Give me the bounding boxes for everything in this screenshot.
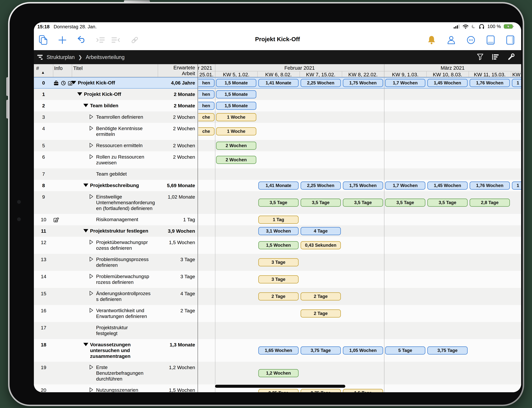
- table-row[interactable]: 18Voraussetzungen untersuchen und zusamm…: [34, 339, 521, 362]
- table-row[interactable]: 13Problemlösungsprozess definieren3 Tage: [34, 254, 521, 271]
- table-row[interactable]: 19Erste Benutzerbefragungen durchführen1…: [34, 362, 521, 384]
- table-row[interactable]: 3Teamrollen definieren2 Wochen: [34, 111, 521, 123]
- disclosure-triangle-collapsed-icon[interactable]: [89, 387, 93, 392]
- week-header[interactable]: KW 9, 1.03.: [384, 72, 426, 77]
- info-icons: [53, 217, 59, 223]
- more-icon: [466, 35, 475, 44]
- disclosure-triangle-expanded-icon[interactable]: [71, 81, 76, 84]
- notifications-button[interactable]: [426, 35, 437, 45]
- breadcrumb-subview[interactable]: Arbeitsverteilung: [86, 54, 124, 60]
- task-title: Risikomanagement: [96, 216, 138, 222]
- row-number: 11: [34, 228, 53, 234]
- expected-work-value: 3,9 Wochen: [158, 228, 195, 234]
- week-header[interactable]: KW 5, 1.02.: [215, 72, 257, 77]
- header-divider: [158, 64, 158, 77]
- table-row[interactable]: 7Team gebildet: [34, 168, 521, 180]
- bottom-panel-toggle[interactable]: [486, 35, 496, 45]
- horizontal-scrollbar[interactable]: [215, 385, 345, 388]
- filter-button[interactable]: [477, 53, 484, 61]
- table-row[interactable]: 10Risikomanagement1 Tag: [34, 214, 521, 225]
- cellular-signal-icon: [454, 24, 460, 29]
- week-header[interactable]: KW 7, 15.02.: [300, 72, 342, 77]
- week-header[interactable]: KW 6, 8.02.: [257, 72, 300, 77]
- outline-hierarchy-icon: [37, 54, 44, 60]
- disclosure-triangle-collapsed-icon[interactable]: [89, 126, 93, 131]
- clock-icon: [61, 80, 67, 86]
- table-row[interactable]: 2Team bilden2 Monate: [34, 100, 521, 111]
- disclosure-triangle-expanded-icon[interactable]: [83, 184, 88, 187]
- task-title: Problemüberwachungsp rozess definieren: [96, 273, 149, 285]
- row-number: 4: [34, 126, 53, 131]
- table-row[interactable]: 11Projektstruktur festlegen3,9 Wochen: [34, 225, 521, 237]
- expected-work-value: 1,3 Monate: [158, 342, 195, 348]
- account-button[interactable]: [446, 35, 456, 45]
- week-header[interactable]: KW 8, 22.02.: [342, 72, 384, 77]
- week-header[interactable]: KW 11, 15.03.: [469, 72, 511, 77]
- row-number: 15: [34, 291, 53, 297]
- table-row[interactable]: 8Projektbeschreibung5,69 Monate: [34, 180, 521, 191]
- disclosure-triangle-collapsed-icon[interactable]: [89, 194, 93, 200]
- disclosure-triangle-expanded-icon[interactable]: [83, 104, 88, 107]
- column-header-info[interactable]: Info: [54, 65, 62, 71]
- disclosure-triangle-collapsed-icon[interactable]: [89, 291, 93, 296]
- bezel-dot: [17, 217, 21, 221]
- battery-percent: 100 %: [487, 24, 501, 29]
- bell-icon: [427, 35, 436, 45]
- disclosure-triangle-expanded-icon[interactable]: [83, 343, 88, 346]
- app-screen: 15:18 Donnerstag 28. Jan.: [34, 22, 521, 392]
- column-header-work-line1[interactable]: Erwartete: [158, 65, 195, 70]
- disclosure-triangle-collapsed-icon[interactable]: [89, 240, 93, 245]
- table-row[interactable]: 15Änderungskontrollprozes s definieren4 …: [34, 288, 521, 305]
- table-row[interactable]: 12Projektüberwachungspr ozess definieren…: [34, 237, 521, 254]
- view-options-button[interactable]: [492, 54, 499, 61]
- row-number: 6: [34, 154, 53, 160]
- disclosure-triangle-expanded-icon[interactable]: [83, 229, 88, 232]
- expected-work-value: 2 Monate: [158, 103, 195, 109]
- status-time: 15:18: [37, 24, 50, 29]
- table-row[interactable]: 5Ressourcen ermitteln2 Wochen: [34, 140, 521, 151]
- table-row[interactable]: 1Projekt Kick-Off2 Monate: [34, 89, 521, 100]
- table-row[interactable]: 4Benötigte Kenntnisse ermitteln2 Wochen: [34, 123, 521, 140]
- person-icon: [447, 35, 456, 45]
- breadcrumb-section[interactable]: Strukturplan: [47, 54, 75, 60]
- disclosure-triangle-collapsed-icon[interactable]: [89, 257, 93, 262]
- week-divider: [511, 71, 511, 77]
- disclosure-triangle-collapsed-icon[interactable]: [89, 154, 93, 160]
- disclosure-triangle-expanded-icon[interactable]: [77, 92, 82, 96]
- right-panel-toggle[interactable]: [505, 35, 515, 45]
- column-header-title[interactable]: Titel: [73, 65, 83, 71]
- breadcrumb[interactable]: Strukturplan ❯ Arbeitsverteilung: [37, 50, 124, 64]
- table-row[interactable]: 17Projektstruktur festgelegt: [34, 322, 521, 339]
- column-header-number[interactable]: #: [36, 65, 39, 71]
- table-row[interactable]: 6Rollen zu Ressourcen zuweisen2 Wochen: [34, 151, 521, 168]
- settings-button[interactable]: [507, 53, 515, 61]
- disclosure-triangle-collapsed-icon[interactable]: [89, 114, 93, 120]
- expected-work-value: 2 Wochen: [158, 114, 195, 120]
- disclosure-triangle-collapsed-icon[interactable]: [89, 308, 93, 313]
- header-divider: [53, 64, 53, 77]
- table-row[interactable]: 0Projekt Kick-Off4,06 Jahre: [34, 77, 521, 89]
- column-header-work-line2[interactable]: Arbeit: [158, 70, 195, 76]
- breadcrumb-bar: Strukturplan ❯ Arbeitsverteilung: [34, 50, 521, 64]
- month-header: März 2021: [384, 65, 521, 71]
- table-row[interactable]: 9Einstweilige Unternehmensanforderung en…: [34, 191, 521, 214]
- more-button[interactable]: [466, 35, 476, 45]
- task-title: Teamrollen definieren: [96, 114, 143, 120]
- expected-work-value: 3 Tage: [158, 274, 195, 279]
- status-date: Donnerstag 28. Jan.: [53, 24, 97, 29]
- filter-icon: [477, 53, 484, 60]
- expected-work-value: 3 Tage: [158, 257, 195, 262]
- task-title: Team bilden: [90, 103, 118, 108]
- row-number: 5: [34, 143, 53, 148]
- week-header[interactable]: KW 10, 8.03.: [426, 72, 469, 77]
- week-divider: [469, 71, 469, 77]
- week-header[interactable]: 25.01.: [198, 72, 215, 77]
- ipad-device-frame: 15:18 Donnerstag 28. Jan.: [8, 2, 524, 406]
- week-header[interactable]: KW: [511, 72, 521, 77]
- headphones-icon: [479, 24, 484, 29]
- disclosure-triangle-collapsed-icon[interactable]: [89, 143, 93, 148]
- table-row[interactable]: 14Problemüberwachungsp rozess definieren…: [34, 271, 521, 288]
- disclosure-triangle-collapsed-icon[interactable]: [89, 365, 93, 370]
- disclosure-triangle-collapsed-icon[interactable]: [89, 274, 93, 279]
- table-row[interactable]: 16Verantwortlichkeit und Erwartungen def…: [34, 305, 521, 322]
